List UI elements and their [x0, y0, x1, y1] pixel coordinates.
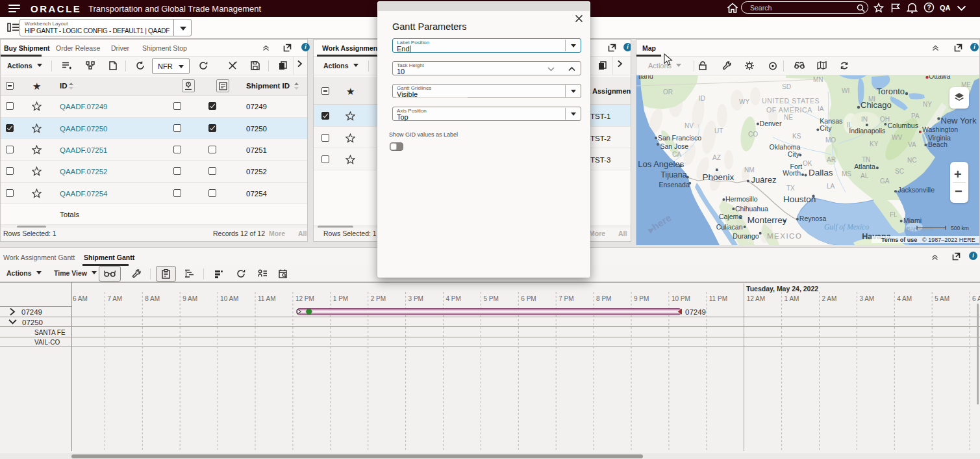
svg-text:TX: TX [786, 185, 795, 192]
svg-text:Reynosa: Reynosa [799, 215, 827, 222]
svg-text:Tijuana: Tijuana [660, 170, 687, 179]
svg-text:NE: NE [784, 114, 793, 121]
svg-text:San Francisco: San Francisco [658, 134, 701, 142]
svg-text:Culiacan: Culiacan [716, 223, 743, 231]
svg-text:ID: ID [699, 95, 705, 102]
svg-text:AR: AR [827, 156, 836, 163]
svg-text:Ensenada: Ensenada [659, 181, 690, 189]
svg-text:Worth: Worth [783, 169, 801, 177]
svg-text:Durango: Durango [733, 232, 759, 240]
svg-text:Toronto: Toronto [877, 86, 905, 96]
svg-text:9 AM: 9 AM [182, 295, 197, 302]
svg-text:NC: NC [907, 157, 916, 164]
svg-text:tland: tland [638, 75, 653, 80]
svg-text:7 PM: 7 PM [559, 295, 573, 302]
svg-text:Ottawa: Ottawa [929, 75, 950, 80]
svg-text:Los Angeles: Los Angeles [638, 159, 684, 169]
svg-text:© 1987–2022 HERE: © 1987–2022 HERE [922, 237, 975, 243]
svg-text:Houston: Houston [783, 194, 816, 204]
svg-text:Gulf of Mexico: Gulf of Mexico [824, 223, 869, 231]
svg-text:SANTA FE: SANTA FE [34, 329, 66, 336]
svg-text:9 PM: 9 PM [634, 295, 649, 302]
svg-text:Beach: Beach [928, 140, 948, 148]
svg-text:12 PM: 12 PM [295, 295, 314, 302]
svg-text:3 AM: 3 AM [859, 295, 874, 302]
svg-text:Washington: Washington [922, 125, 958, 133]
svg-text:MO: MO [825, 137, 836, 144]
svg-text:07249: 07249 [685, 308, 706, 316]
svg-text:WI: WI [842, 87, 849, 94]
svg-text:12 AM: 12 AM [747, 295, 765, 302]
svg-text:Juárez: Juárez [751, 175, 776, 185]
svg-text:07250: 07250 [22, 319, 43, 326]
svg-text:Dallas: Dallas [809, 168, 833, 177]
svg-text:Chicago: Chicago [861, 100, 892, 110]
svg-text:UT: UT [714, 127, 723, 135]
svg-text:6 AM: 6 AM [972, 295, 980, 302]
svg-text:11 PM: 11 PM [709, 295, 727, 302]
svg-text:KS: KS [792, 133, 801, 140]
svg-text:8 AM: 8 AM [145, 295, 160, 302]
svg-text:4 AM: 4 AM [897, 295, 912, 302]
svg-text:VA: VA [908, 141, 916, 148]
svg-text:?: ? [927, 4, 931, 11]
svg-text:CO: CO [748, 131, 758, 138]
svg-text:UNITED STATES: UNITED STATES [762, 97, 820, 105]
svg-text:1 AM: 1 AM [785, 295, 799, 302]
svg-text:2 PM: 2 PM [371, 295, 386, 302]
svg-text:4 PM: 4 PM [446, 295, 461, 302]
svg-text:GA: GA [880, 177, 890, 185]
svg-text:City: City [788, 150, 800, 158]
svg-text:BAHAMAS: BAHAMAS [907, 226, 934, 232]
svg-text:Miami: Miami [903, 216, 922, 224]
svg-text:VAIL-CO: VAIL-CO [34, 339, 60, 346]
svg-text:10 PM: 10 PM [672, 295, 690, 302]
svg-text:Indianapolis: Indianapolis [849, 127, 885, 135]
svg-text:NM: NM [744, 166, 755, 174]
svg-text:3 PM: 3 PM [408, 295, 423, 302]
svg-text:Phoenix: Phoenix [702, 172, 734, 182]
svg-text:SD: SD [782, 83, 791, 90]
svg-text:WV: WV [892, 134, 902, 141]
svg-text:MS: MS [842, 170, 851, 177]
svg-text:NY: NY [923, 101, 932, 108]
svg-text:KY: KY [870, 140, 879, 148]
svg-text:500 km: 500 km [951, 225, 969, 231]
svg-text:New York: New York [941, 116, 977, 125]
svg-text:Columbus: Columbus [888, 122, 918, 129]
svg-text:NV: NV [685, 122, 694, 129]
svg-text:6 PM: 6 PM [521, 295, 536, 302]
svg-text:AZ: AZ [712, 154, 721, 161]
svg-text:Tuesday, May 24, 2022: Tuesday, May 24, 2022 [746, 285, 818, 293]
svg-text:5 AM: 5 AM [935, 295, 949, 302]
svg-text:OF AMERICA: OF AMERICA [766, 106, 812, 114]
svg-text:6 AM: 6 AM [73, 295, 88, 302]
svg-text:LA: LA [827, 183, 835, 190]
svg-text:WY: WY [739, 98, 749, 105]
svg-text:Atlanta: Atlanta [854, 163, 875, 170]
svg-text:Chihuahua: Chihuahua [735, 205, 768, 213]
svg-text:OK: OK [803, 160, 812, 167]
svg-text:SC: SC [895, 168, 904, 175]
svg-text:FL: FL [890, 211, 898, 218]
svg-text:San Jose: San Jose [660, 142, 688, 150]
svg-text:8 PM: 8 PM [596, 295, 611, 302]
svg-text:Terms of use: Terms of use [881, 237, 917, 243]
svg-text:CA: CA [672, 151, 681, 158]
svg-text:OR: OR [663, 88, 673, 96]
svg-text:MN: MN [813, 76, 823, 83]
svg-text:10 AM: 10 AM [220, 295, 238, 302]
svg-text:Jacksonville: Jacksonville [898, 186, 935, 194]
svg-text:Cajeme: Cajeme [719, 213, 742, 220]
svg-text:07249: 07249 [21, 308, 42, 316]
svg-text:5 PM: 5 PM [483, 295, 498, 302]
svg-text:IN: IN [861, 116, 868, 123]
svg-text:7 AM: 7 AM [107, 295, 122, 302]
svg-text:11 AM: 11 AM [258, 295, 276, 302]
svg-text:Hermosillo: Hermosillo [725, 195, 758, 203]
svg-text:AL: AL [861, 172, 869, 179]
svg-text:PA: PA [911, 112, 920, 120]
svg-text:2 AM: 2 AM [822, 295, 837, 302]
svg-text:IA: IA [818, 105, 824, 112]
svg-text:Denver: Denver [760, 120, 782, 127]
